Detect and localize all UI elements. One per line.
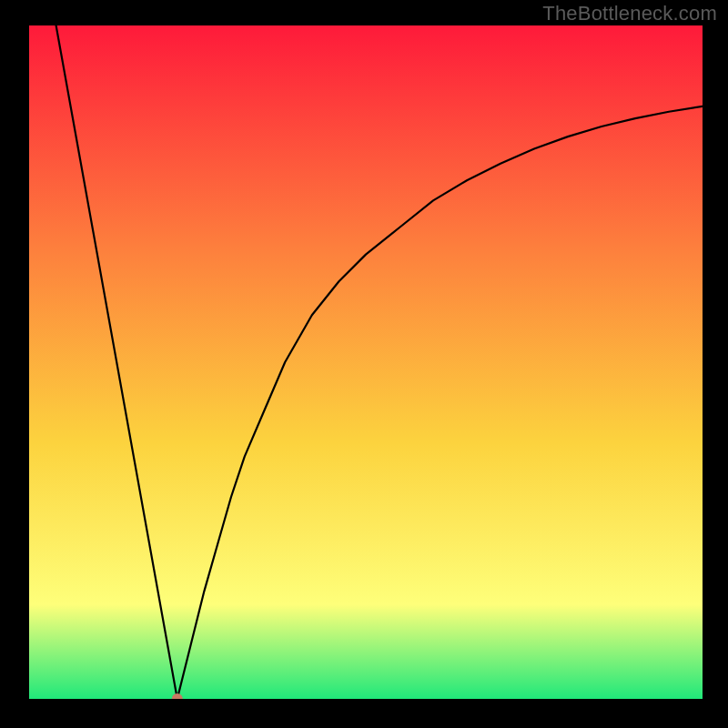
watermark-text: TheBottleneck.com	[542, 2, 717, 25]
chart-frame: TheBottleneck.com	[0, 0, 728, 728]
chart-svg	[29, 25, 703, 699]
plot-area	[29, 25, 703, 699]
